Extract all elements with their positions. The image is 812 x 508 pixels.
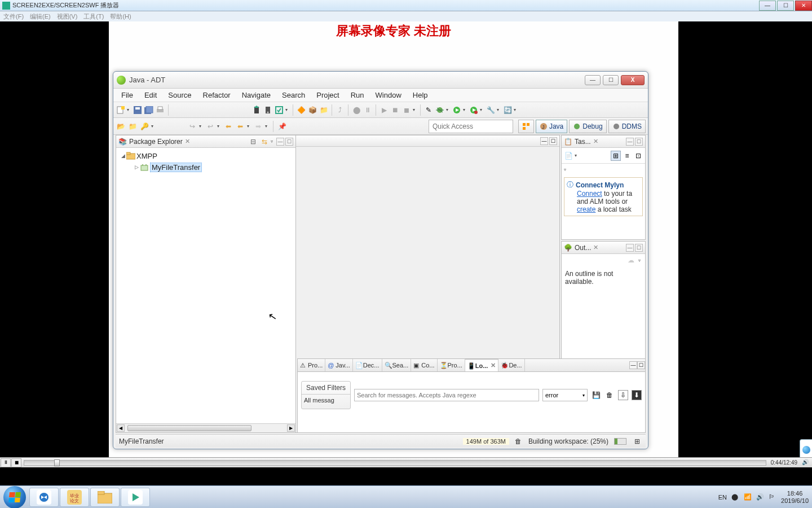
tray-network-icon[interactable]: 📶: [744, 493, 752, 501]
collapse-arrow-icon[interactable]: ▷: [133, 164, 140, 170]
tab-problems[interactable]: ⚠Pro...: [298, 359, 325, 371]
expand-arrow-icon[interactable]: ◢: [120, 153, 126, 159]
player-maximize-button[interactable]: ☐: [777, 1, 794, 11]
outline-maximize-button[interactable]: ☐: [635, 244, 643, 252]
save-all-icon[interactable]: [144, 105, 154, 115]
start-button[interactable]: [3, 486, 26, 509]
close-task-view-icon[interactable]: ✕: [593, 138, 598, 145]
new-task-icon[interactable]: 📄: [563, 151, 573, 161]
task-minimize-button[interactable]: —: [626, 138, 634, 146]
quick-access-input[interactable]: [429, 120, 513, 133]
debug-icon[interactable]: [435, 105, 445, 115]
menu-project[interactable]: Project: [311, 91, 345, 99]
focus-icon[interactable]: ⊡: [633, 151, 643, 161]
tree-root-row[interactable]: ◢ XMPP: [117, 150, 294, 161]
maximize-view-button[interactable]: ☐: [285, 138, 293, 146]
perspective-debug[interactable]: Debug: [569, 120, 606, 133]
sdk-manager-icon[interactable]: [251, 105, 262, 115]
mylyn-create-link[interactable]: create: [577, 205, 595, 213]
package-explorer-tab[interactable]: Package Explorer: [129, 138, 183, 146]
disconnect-icon[interactable]: ◼: [401, 105, 412, 115]
save-log-icon[interactable]: 💾: [591, 390, 601, 400]
seek-track[interactable]: [24, 460, 766, 466]
menu-source[interactable]: Source: [162, 91, 197, 99]
taskbar-screen-recorder[interactable]: [121, 488, 150, 507]
link-editor-icon[interactable]: ⇆: [259, 137, 270, 147]
tab-logcat[interactable]: 📱Lo... ✕: [465, 359, 499, 371]
new-project-icon[interactable]: 📁: [319, 105, 329, 115]
avd-manager-icon[interactable]: [263, 105, 273, 115]
project-tree[interactable]: ◢ XMPP ▷ MyFileTransfer ↖: [116, 148, 295, 423]
debug-last-icon[interactable]: ▶: [379, 105, 389, 115]
menu-run[interactable]: Run: [345, 91, 370, 99]
view-menu-dropdown-icon[interactable]: ▿: [564, 167, 566, 172]
tray-flag-icon[interactable]: 🏳: [769, 493, 776, 501]
scroll-thumb[interactable]: [127, 425, 251, 431]
forward-icon[interactable]: ➡: [253, 121, 263, 132]
perspective-ddms[interactable]: DDMS: [608, 120, 646, 133]
mylyn-connect-link[interactable]: Connect: [577, 190, 602, 198]
taskbar-clock[interactable]: 18:46 2019/6/10: [781, 490, 809, 505]
scroll-right-icon[interactable]: ▶: [287, 424, 295, 432]
task-list-tab[interactable]: Tas...: [575, 138, 591, 146]
menu-navigate[interactable]: Navigate: [236, 91, 276, 99]
outline-tab[interactable]: Out...: [575, 244, 591, 252]
run-icon[interactable]: [452, 105, 462, 115]
close-outline-icon[interactable]: ✕: [593, 244, 598, 251]
nav-icon-2[interactable]: ↩: [205, 121, 215, 132]
back-history-icon[interactable]: ⬅: [235, 121, 245, 132]
task-maximize-button[interactable]: ☐: [635, 138, 643, 146]
print-icon[interactable]: [155, 105, 165, 115]
wand-icon[interactable]: ✎: [423, 105, 434, 115]
logcat-level-select[interactable]: error▾: [542, 389, 588, 401]
taskbar-app-2[interactable]: 毕业论文: [60, 488, 89, 507]
editor-minimize-button[interactable]: —: [540, 137, 548, 145]
run-last-icon[interactable]: [469, 105, 479, 115]
new-wizard-icon[interactable]: [116, 105, 126, 115]
refresh-icon[interactable]: 🔄: [502, 105, 513, 115]
taskbar-teamviewer[interactable]: [29, 488, 59, 507]
tab-progress[interactable]: ⏳Pro...: [438, 359, 465, 371]
outline-focus-icon[interactable]: ☁: [626, 255, 636, 265]
tab-javadoc[interactable]: @Jav...: [325, 359, 352, 371]
player-close-button[interactable]: ✕: [795, 1, 812, 11]
eclipse-maximize-button[interactable]: ☐: [603, 75, 619, 85]
project-name[interactable]: XMPP: [136, 152, 157, 160]
tab-console[interactable]: ▣Co...: [411, 359, 437, 371]
open-type-icon[interactable]: ⤴: [335, 105, 345, 115]
language-indicator[interactable]: EN: [718, 494, 727, 501]
dropdown-icon[interactable]: ▾: [127, 107, 131, 112]
menu-help[interactable]: Help: [407, 91, 434, 99]
menu-refactor[interactable]: Refactor: [197, 91, 236, 99]
eclipse-menubar[interactable]: File Edit Source Refactor Navigate Searc…: [113, 89, 648, 102]
editor-maximize-button[interactable]: ☐: [549, 137, 557, 145]
progress-view-icon[interactable]: ⊞: [632, 436, 642, 446]
tray-volume-icon[interactable]: 🔊: [756, 493, 764, 501]
open-perspective-button[interactable]: [518, 120, 534, 133]
progress-bar[interactable]: [614, 438, 626, 445]
taskbar-explorer[interactable]: [90, 488, 120, 507]
skip-breakpoints-icon[interactable]: ⬤: [351, 105, 361, 115]
search-icon[interactable]: 🔑: [139, 121, 149, 132]
bottom-maximize-button[interactable]: ☐: [637, 361, 645, 369]
menu-window[interactable]: Window: [370, 91, 407, 99]
status-memory[interactable]: 149M of 363M: [463, 438, 509, 445]
scroll-lock-icon[interactable]: ⇩: [618, 390, 628, 400]
eclipse-titlebar[interactable]: Java - ADT — ☐ X: [113, 72, 648, 89]
volume-icon[interactable]: 🔊: [802, 459, 810, 467]
external-tools-icon[interactable]: 🔧: [486, 105, 496, 115]
lint-icon[interactable]: [274, 105, 284, 115]
view-menu-icon[interactable]: ▿: [271, 139, 275, 144]
stop-button[interactable]: ◼: [11, 458, 21, 467]
tab-debug[interactable]: 🐞De...: [498, 359, 524, 371]
menu-search[interactable]: Search: [276, 91, 311, 99]
back-icon[interactable]: ⬅: [223, 121, 233, 132]
close-view-icon[interactable]: ✕: [185, 138, 190, 145]
tab-search[interactable]: 🔍Sea...: [382, 359, 412, 371]
outline-minimize-button[interactable]: —: [626, 244, 634, 252]
horizontal-scrollbar[interactable]: ◀ ▶: [116, 423, 295, 432]
outline-menu-icon[interactable]: ▿: [638, 258, 643, 263]
open-resource-icon[interactable]: 📁: [127, 121, 138, 132]
categorize-icon[interactable]: ⊞: [611, 151, 621, 161]
clear-log-icon[interactable]: 🗑: [604, 390, 615, 400]
